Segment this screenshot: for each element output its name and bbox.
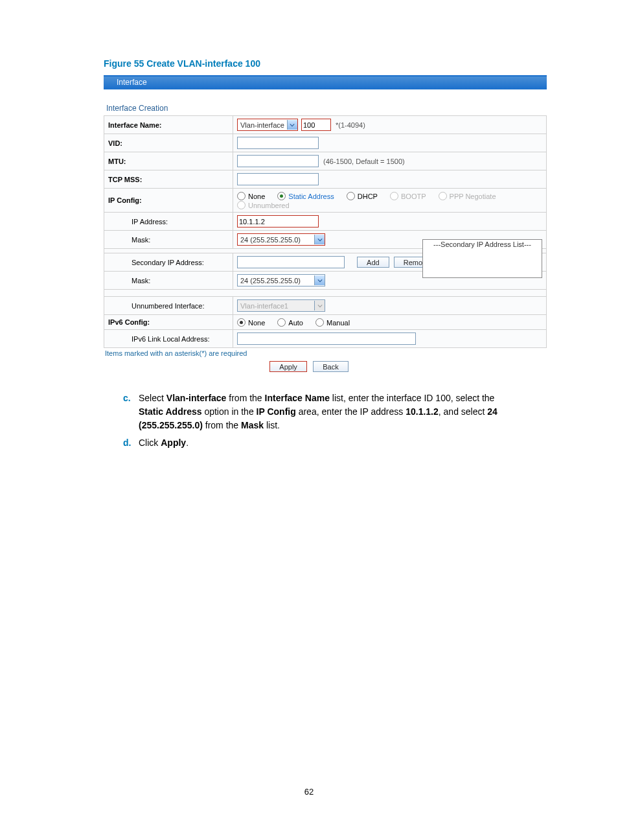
form-table: Interface Name: Vlan-interface *(1-4094)… (104, 115, 547, 348)
mtu-hint: (46-1500, Default = 1500) (323, 158, 405, 165)
chevron-down-icon[interactable] (314, 235, 325, 244)
add-button[interactable]: Add (357, 257, 389, 268)
page-number: 62 (65, 787, 553, 797)
label-secondary-ip: Secondary IP Address: (104, 253, 233, 272)
radio-dhcp[interactable]: DHCP (347, 192, 378, 200)
chevron-down-icon[interactable] (287, 120, 297, 130)
tab-bar: Interface (104, 76, 547, 89)
radio-ipv6-manual[interactable]: Manual (315, 318, 350, 327)
vid-input[interactable] (237, 137, 319, 149)
label-mtu: MTU: (104, 152, 233, 170)
cell-mtu: (46-1500, Default = 1500) (233, 152, 547, 170)
unnumbered-if-select: Vlan-interface1 (237, 299, 325, 312)
secondary-ip-input[interactable] (237, 256, 345, 268)
row-tcp-mss: TCP MSS: (104, 170, 547, 189)
back-button[interactable]: Back (313, 361, 348, 372)
cell-unnumbered-if: Vlan-interface1 (233, 297, 547, 315)
cell-ipv6-config: None Auto Manual (233, 315, 547, 330)
row-ipv6-config: IPv6 Config: None Auto Manual (104, 315, 547, 330)
label-secondary-mask: Mask: (104, 272, 233, 290)
radio-ipv6-none[interactable]: None (237, 318, 265, 327)
cell-interface-name: Vlan-interface *(1-4094) (233, 116, 547, 134)
row-ipv6-link: IPv6 Link Local Address: (104, 330, 547, 348)
label-interface-name: Interface Name: (104, 116, 233, 134)
label-ipv6-link: IPv6 Link Local Address: (104, 330, 233, 348)
row-mtu: MTU: (46-1500, Default = 1500) (104, 152, 547, 170)
ipv6-link-input[interactable] (237, 332, 416, 345)
interface-panel: Interface Interface Creation Interface N… (104, 75, 547, 348)
row-unnumbered-if: Unnumbered Interface: Vlan-interface1 (104, 297, 547, 315)
tab-interface[interactable]: Interface (104, 76, 160, 88)
step-d-letter: d. (123, 436, 139, 450)
row-secondary-ip: Secondary IP Address: Add Remove ---Seco… (104, 253, 547, 272)
section-title: Interface Creation (106, 104, 547, 113)
mask-select-text: 24 (255.255.255.0) (238, 236, 314, 244)
radio-unnumbered: Unnumbered (237, 201, 290, 209)
secondary-mask-select[interactable]: 24 (255.255.255.0) (237, 274, 325, 286)
cell-ip-config: None Static Address DHCP BOOTP PPP Negot… (233, 189, 547, 213)
radio-ppp: PPP Negotiate (439, 192, 496, 200)
row-vid: VID: (104, 134, 547, 152)
step-d-text: Click Apply. (139, 436, 189, 450)
label-mask: Mask: (104, 231, 233, 249)
radio-none[interactable]: None (237, 192, 265, 200)
step-c-text: Select Vlan-interface from the Interface… (139, 391, 514, 432)
cell-vid (233, 134, 547, 152)
row-ip-config: IP Config: None Static Address DHCP BOOT… (104, 189, 547, 213)
cell-ipv6-link (233, 330, 547, 348)
figure-title: Figure 55 Create VLAN-interface 100 (104, 58, 553, 69)
cell-tcp-mss (233, 170, 547, 189)
secondary-ip-list-header: ---Secondary IP Address List--- (433, 240, 531, 248)
cell-ip-address (233, 213, 547, 231)
interface-id-input[interactable] (301, 119, 331, 131)
label-tcp-mss: TCP MSS: (104, 170, 233, 189)
apply-button[interactable]: Apply (269, 361, 307, 372)
label-ip-config: IP Config: (104, 189, 233, 213)
radio-ipv6-auto[interactable]: Auto (277, 318, 303, 327)
label-ip-address: IP Address: (104, 213, 233, 231)
secondary-ip-list[interactable]: ---Secondary IP Address List--- (422, 239, 542, 278)
row-ip-address: IP Address: (104, 213, 547, 231)
instructions: c. Select Vlan-interface from the Interf… (123, 391, 514, 450)
row-interface-name: Interface Name: Vlan-interface *(1-4094) (104, 116, 547, 134)
button-row: Apply Back (65, 361, 553, 372)
step-c: c. Select Vlan-interface from the Interf… (123, 391, 514, 432)
unnumbered-if-select-text: Vlan-interface1 (238, 302, 314, 310)
cell-secondary-ip: Add Remove ---Secondary IP Address List-… (233, 253, 547, 272)
step-c-letter: c. (123, 391, 139, 432)
tcp-mss-input[interactable] (237, 173, 319, 185)
required-footnote: Items marked with an asterisk(*) are req… (105, 349, 553, 357)
label-vid: VID: (104, 134, 233, 152)
secondary-mask-select-text: 24 (255.255.255.0) (238, 277, 314, 285)
mask-select[interactable]: 24 (255.255.255.0) (237, 233, 325, 246)
step-d: d. Click Apply. (123, 436, 514, 450)
interface-id-hint: *(1-4094) (336, 121, 365, 129)
chevron-down-icon[interactable] (314, 275, 325, 285)
row-spacer2 (104, 290, 547, 297)
mtu-input[interactable] (237, 155, 319, 167)
chevron-down-icon (314, 301, 325, 310)
ip-address-input[interactable] (237, 215, 319, 228)
radio-bootp: BOOTP (390, 192, 426, 200)
label-ipv6-config: IPv6 Config: (104, 315, 233, 330)
label-unnumbered-if: Unnumbered Interface: (104, 297, 233, 315)
radio-static[interactable]: Static Address (277, 192, 334, 200)
interface-name-select[interactable]: Vlan-interface (237, 119, 298, 131)
interface-name-select-text: Vlan-interface (238, 121, 287, 129)
